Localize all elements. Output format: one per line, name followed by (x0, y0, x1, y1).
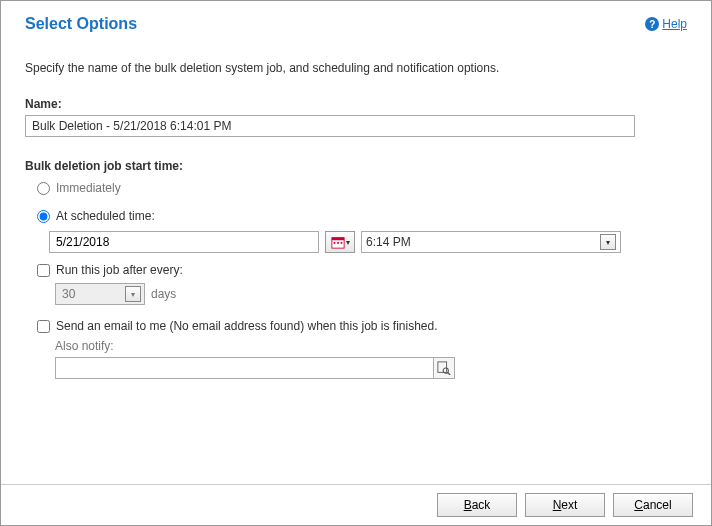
repeat-unit-label: days (151, 287, 176, 301)
repeat-checkbox[interactable] (37, 264, 50, 277)
cancel-button[interactable]: Cancel (613, 493, 693, 517)
chevron-down-icon: ▾ (346, 238, 350, 247)
next-button[interactable]: Next (525, 493, 605, 517)
svg-rect-2 (333, 242, 335, 244)
date-input[interactable] (49, 231, 319, 253)
help-link[interactable]: ? Help (645, 17, 687, 31)
calendar-button[interactable]: ▾ (325, 231, 355, 253)
svg-rect-5 (438, 362, 447, 373)
lookup-icon (437, 361, 451, 375)
back-button[interactable]: Back (437, 493, 517, 517)
radio-scheduled[interactable] (37, 210, 50, 223)
wizard-footer: Back Next Cancel (1, 484, 711, 525)
time-select[interactable]: 6:14 PM ▾ (361, 231, 621, 253)
help-label: Help (662, 17, 687, 31)
notify-input[interactable] (55, 357, 433, 379)
repeat-days-value: 30 (62, 287, 75, 301)
repeat-label: Run this job after every: (56, 263, 183, 277)
time-value: 6:14 PM (366, 235, 411, 249)
chevron-down-icon: ▾ (600, 234, 616, 250)
also-notify-label: Also notify: (55, 339, 687, 353)
description-text: Specify the name of the bulk deletion sy… (25, 61, 687, 75)
page-title: Select Options (25, 15, 137, 33)
help-icon: ? (645, 17, 659, 31)
radio-immediately[interactable] (37, 182, 50, 195)
schedule-heading: Bulk deletion job start time: (25, 159, 687, 173)
email-checkbox[interactable] (37, 320, 50, 333)
svg-rect-4 (340, 242, 342, 244)
repeat-days-select: 30 ▾ (55, 283, 145, 305)
name-label: Name: (25, 97, 687, 111)
calendar-icon (331, 235, 345, 249)
name-input[interactable] (25, 115, 635, 137)
lookup-button[interactable] (433, 357, 455, 379)
email-label: Send an email to me (No email address fo… (56, 319, 438, 333)
svg-rect-3 (337, 242, 339, 244)
radio-scheduled-label: At scheduled time: (56, 209, 155, 223)
svg-rect-1 (331, 238, 343, 241)
svg-line-7 (448, 372, 451, 375)
chevron-down-icon: ▾ (125, 286, 141, 302)
radio-immediately-label: Immediately (56, 181, 121, 195)
